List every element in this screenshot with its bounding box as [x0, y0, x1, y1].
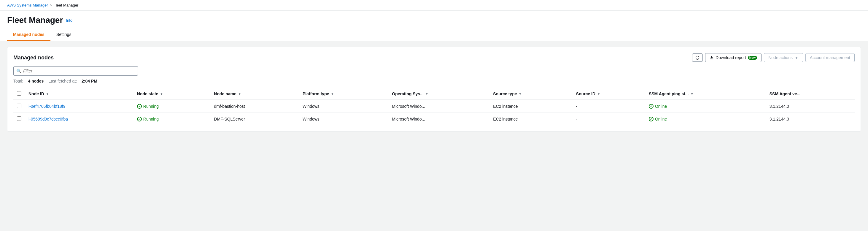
card-header: Managed nodes Download report New [13, 53, 855, 62]
page-header: Fleet Manager Info Managed nodes Setting… [0, 11, 868, 41]
search-icon: 🔍 [16, 68, 21, 73]
stats-row: Total: 4 nodes Last fetched at: 2:04 PM [13, 79, 855, 83]
ssm-ping-label: Online [655, 104, 667, 109]
sort-icon-node-id[interactable]: ▼ [46, 92, 49, 96]
main-content: Managed nodes Download report New [0, 41, 868, 138]
th-source-type: Source type ▼ [490, 88, 572, 100]
cell-operating-sys: Microsoft Windo... [388, 100, 490, 113]
th-node-name: Node name ▼ [210, 88, 299, 100]
cell-ssm-version: 3.1.2144.0 [766, 100, 855, 113]
sort-icon-node-state[interactable]: ▼ [160, 92, 163, 96]
cell-source-type: EC2 instance [490, 100, 572, 113]
cell-source-id: - [572, 113, 645, 125]
total-count: 4 nodes [28, 79, 43, 83]
last-fetched-time: 2:04 PM [82, 79, 97, 83]
filter-input[interactable] [13, 66, 138, 76]
managed-nodes-card: Managed nodes Download report New [7, 47, 861, 132]
refresh-icon [695, 56, 700, 60]
page-title: Fleet Manager [7, 16, 63, 25]
tabs: Managed nodes Settings [7, 29, 861, 41]
breadcrumb: AWS Systems Manager > Fleet Manager [0, 0, 868, 11]
cell-node-name: DMF-SQLServer [210, 113, 299, 125]
th-node-id: Node ID ▼ [25, 88, 133, 100]
th-source-id: Source ID ▼ [572, 88, 645, 100]
ssm-ping-label: Online [655, 117, 667, 121]
running-icon: ✓ [137, 117, 142, 121]
node-state-status: ✓ Running [137, 104, 207, 109]
th-node-state: Node state ▼ [133, 88, 211, 100]
breadcrumb-parent-link[interactable]: AWS Systems Manager [7, 3, 48, 7]
row-checkbox-0[interactable] [17, 104, 21, 108]
node-state-status: ✓ Running [137, 117, 207, 121]
row-checkbox-cell[interactable] [13, 113, 25, 125]
running-icon: ✓ [137, 104, 142, 109]
chevron-down-icon: ▼ [795, 55, 799, 60]
cell-node-name: dmf-bastion-host [210, 100, 299, 113]
sort-icon-ssm-ping[interactable]: ▼ [691, 92, 693, 96]
table-row: i-05699d9c7cbcc0fba ✓ Running DMF-SQLSer… [13, 113, 855, 125]
th-operating-sys: Operating Sys... ▼ [388, 88, 490, 100]
online-icon: ✓ [649, 117, 653, 121]
select-all-checkbox[interactable] [17, 91, 21, 96]
sort-icon-operating-sys[interactable]: ▼ [425, 92, 428, 96]
node-state-label: Running [143, 117, 159, 121]
table-row: i-0ef4766fb04bf18f9 ✓ Running dmf-bastio… [13, 100, 855, 113]
breadcrumb-current: Fleet Manager [54, 3, 79, 7]
cell-source-type: EC2 instance [490, 113, 572, 125]
cell-operating-sys: Microsoft Windo... [388, 113, 490, 125]
card-actions: Download report New Node actions ▼ Accou… [692, 53, 855, 62]
filter-row: 🔍 [13, 66, 855, 76]
th-select-all[interactable] [13, 88, 25, 100]
node-id-link[interactable]: i-0ef4766fb04bf18f9 [29, 104, 66, 109]
cell-source-id: - [572, 100, 645, 113]
th-ssm-agent-version: SSM Agent ve... [766, 88, 855, 100]
row-checkbox-1[interactable] [17, 116, 21, 121]
sort-icon-platform-type[interactable]: ▼ [331, 92, 334, 96]
node-state-label: Running [143, 104, 159, 109]
download-icon [710, 56, 714, 60]
info-link[interactable]: Info [66, 18, 72, 23]
download-report-badge: New [748, 56, 757, 60]
th-ssm-agent-ping: SSM Agent ping st... ▼ [645, 88, 766, 100]
cell-node-state: ✓ Running [133, 100, 211, 113]
sort-icon-source-id[interactable]: ▼ [597, 92, 600, 96]
account-management-button[interactable]: Account management [805, 53, 855, 62]
node-id-link[interactable]: i-05699d9c7cbcc0fba [29, 117, 68, 121]
ssm-ping-status: ✓ Online [649, 117, 763, 121]
sort-icon-node-name[interactable]: ▼ [238, 92, 241, 96]
nodes-table: Node ID ▼ Node state ▼ Node name ▼ [13, 88, 855, 125]
total-label: Total: [13, 79, 23, 83]
th-platform-type: Platform type ▼ [299, 88, 388, 100]
cell-node-state: ✓ Running [133, 113, 211, 125]
online-icon: ✓ [649, 104, 653, 109]
filter-input-wrapper: 🔍 [13, 66, 138, 76]
ssm-ping-status: ✓ Online [649, 104, 763, 109]
cell-ssm-ping: ✓ Online [645, 113, 766, 125]
node-actions-button[interactable]: Node actions ▼ [764, 53, 803, 62]
sort-icon-source-type[interactable]: ▼ [519, 92, 522, 96]
last-fetched-label: Last fetched at: [49, 79, 77, 83]
breadcrumb-separator: > [50, 3, 52, 7]
cell-node-id: i-05699d9c7cbcc0fba [25, 113, 133, 125]
cell-platform-type: Windows [299, 113, 388, 125]
cell-ssm-version: 3.1.2144.0 [766, 113, 855, 125]
row-checkbox-cell[interactable] [13, 100, 25, 113]
cell-ssm-ping: ✓ Online [645, 100, 766, 113]
download-report-button[interactable]: Download report New [705, 53, 762, 62]
tab-settings[interactable]: Settings [51, 29, 78, 41]
cell-platform-type: Windows [299, 100, 388, 113]
refresh-button[interactable] [692, 53, 703, 62]
cell-node-id: i-0ef4766fb04bf18f9 [25, 100, 133, 113]
tab-managed-nodes[interactable]: Managed nodes [7, 29, 51, 41]
card-title: Managed nodes [13, 55, 54, 61]
